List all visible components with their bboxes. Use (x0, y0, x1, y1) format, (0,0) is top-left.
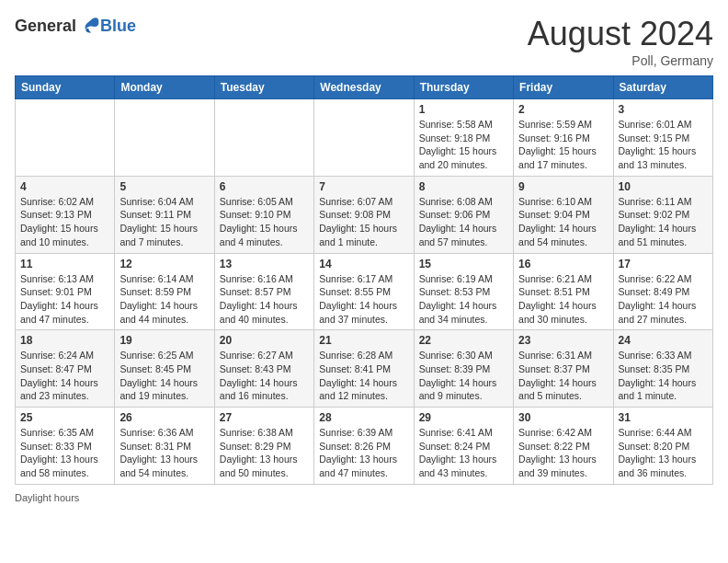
day-info: Sunrise: 6:16 AM Sunset: 8:57 PM Dayligh… (220, 272, 309, 327)
day-number: 25 (20, 411, 109, 424)
calendar-cell: 10Sunrise: 6:11 AM Sunset: 9:02 PM Dayli… (613, 176, 712, 253)
calendar-cell: 16Sunrise: 6:21 AM Sunset: 8:51 PM Dayli… (514, 253, 613, 330)
calendar-cell: 26Sunrise: 6:36 AM Sunset: 8:31 PM Dayli… (115, 408, 214, 485)
day-info: Sunrise: 6:25 AM Sunset: 8:45 PM Dayligh… (119, 349, 209, 403)
calendar-cell: 27Sunrise: 6:38 AM Sunset: 8:29 PM Dayli… (214, 408, 313, 485)
calendar-cell: 17Sunrise: 6:22 AM Sunset: 8:49 PM Dayli… (613, 253, 712, 330)
calendar-cell: 31Sunrise: 6:44 AM Sunset: 8:20 PM Dayli… (613, 408, 712, 485)
calendar-cell: 25Sunrise: 6:35 AM Sunset: 8:33 PM Dayli… (16, 408, 115, 485)
day-number: 5 (119, 180, 209, 193)
day-info: Sunrise: 6:36 AM Sunset: 8:31 PM Dayligh… (119, 426, 209, 480)
calendar-cell: 5Sunrise: 6:04 AM Sunset: 9:11 PM Daylig… (115, 176, 214, 253)
day-number: 31 (619, 411, 708, 424)
day-info: Sunrise: 6:04 AM Sunset: 9:11 PM Dayligh… (119, 195, 209, 249)
day-number: 23 (518, 334, 608, 347)
calendar-cell: 18Sunrise: 6:24 AM Sunset: 8:47 PM Dayli… (16, 330, 115, 408)
day-info: Sunrise: 6:17 AM Sunset: 8:55 PM Dayligh… (319, 272, 408, 327)
month-year-title: August 2024 (528, 15, 713, 53)
day-info: Sunrise: 6:31 AM Sunset: 8:37 PM Dayligh… (518, 349, 608, 403)
day-number: 4 (20, 180, 109, 193)
day-info: Sunrise: 6:28 AM Sunset: 8:41 PM Dayligh… (319, 349, 408, 403)
day-number: 28 (319, 411, 408, 424)
calendar-cell (115, 99, 214, 177)
day-info: Sunrise: 6:07 AM Sunset: 9:08 PM Dayligh… (319, 195, 408, 249)
day-number: 22 (419, 334, 508, 347)
day-number: 18 (20, 334, 109, 347)
title-block: August 2024 Poll, Germany (528, 15, 713, 68)
calendar-cell: 19Sunrise: 6:25 AM Sunset: 8:45 PM Dayli… (115, 330, 214, 408)
day-info: Sunrise: 6:42 AM Sunset: 8:22 PM Dayligh… (518, 426, 608, 480)
calendar-cell: 9Sunrise: 6:10 AM Sunset: 9:04 PM Daylig… (514, 176, 613, 253)
location-subtitle: Poll, Germany (528, 53, 713, 68)
calendar-cell: 4Sunrise: 6:02 AM Sunset: 9:13 PM Daylig… (16, 176, 115, 253)
calendar-cell: 12Sunrise: 6:14 AM Sunset: 8:59 PM Dayli… (115, 253, 214, 330)
logo-general-text: General (15, 17, 76, 36)
calendar-cell: 13Sunrise: 6:16 AM Sunset: 8:57 PM Dayli… (214, 253, 313, 330)
day-number: 13 (220, 258, 309, 270)
day-number: 15 (419, 258, 508, 270)
day-number: 14 (319, 258, 408, 270)
calendar-cell: 8Sunrise: 6:08 AM Sunset: 9:06 PM Daylig… (414, 176, 513, 253)
calendar-week-row: 11Sunrise: 6:13 AM Sunset: 9:01 PM Dayli… (16, 253, 713, 330)
calendar-cell: 6Sunrise: 6:05 AM Sunset: 9:10 PM Daylig… (214, 176, 313, 253)
day-number: 3 (619, 103, 708, 116)
calendar-cell: 3Sunrise: 6:01 AM Sunset: 9:15 PM Daylig… (613, 99, 712, 177)
calendar-week-row: 18Sunrise: 6:24 AM Sunset: 8:47 PM Dayli… (16, 330, 713, 408)
day-number: 11 (20, 258, 109, 270)
calendar-week-row: 1Sunrise: 5:58 AM Sunset: 9:18 PM Daylig… (16, 99, 713, 177)
calendar-footer: Daylight hours (15, 492, 713, 503)
logo-bird-icon (78, 15, 100, 37)
day-number: 20 (220, 334, 309, 347)
calendar-cell: 7Sunrise: 6:07 AM Sunset: 9:08 PM Daylig… (314, 176, 414, 253)
calendar-cell: 30Sunrise: 6:42 AM Sunset: 8:22 PM Dayli… (514, 408, 613, 485)
day-of-week-header: Thursday (414, 76, 513, 99)
day-of-week-header: Wednesday (314, 76, 414, 99)
calendar-cell: 29Sunrise: 6:41 AM Sunset: 8:24 PM Dayli… (414, 408, 513, 485)
calendar-cell (314, 99, 414, 177)
calendar-cell: 20Sunrise: 6:27 AM Sunset: 8:43 PM Dayli… (214, 330, 313, 408)
day-info: Sunrise: 5:59 AM Sunset: 9:16 PM Dayligh… (518, 118, 608, 172)
day-of-week-header: Sunday (16, 76, 115, 99)
day-number: 9 (518, 180, 608, 193)
logo-blue-text: Blue (100, 17, 136, 36)
calendar-cell: 24Sunrise: 6:33 AM Sunset: 8:35 PM Dayli… (613, 330, 712, 408)
calendar-cell (16, 99, 115, 177)
day-info: Sunrise: 6:08 AM Sunset: 9:06 PM Dayligh… (419, 195, 508, 249)
day-info: Sunrise: 6:27 AM Sunset: 8:43 PM Dayligh… (220, 349, 309, 403)
day-number: 30 (518, 411, 608, 424)
daylight-label: Daylight hours (15, 492, 79, 503)
day-number: 26 (119, 411, 209, 424)
day-number: 21 (319, 334, 408, 347)
day-info: Sunrise: 6:33 AM Sunset: 8:35 PM Dayligh… (619, 349, 708, 403)
day-info: Sunrise: 6:19 AM Sunset: 8:53 PM Dayligh… (419, 272, 508, 327)
day-of-week-header: Saturday (613, 76, 712, 99)
day-info: Sunrise: 6:22 AM Sunset: 8:49 PM Dayligh… (619, 272, 708, 327)
day-of-week-header: Monday (115, 76, 214, 99)
calendar-week-row: 4Sunrise: 6:02 AM Sunset: 9:13 PM Daylig… (16, 176, 713, 253)
calendar-cell: 15Sunrise: 6:19 AM Sunset: 8:53 PM Dayli… (414, 253, 513, 330)
day-info: Sunrise: 6:05 AM Sunset: 9:10 PM Dayligh… (220, 195, 309, 249)
day-number: 1 (419, 103, 508, 116)
day-info: Sunrise: 6:41 AM Sunset: 8:24 PM Dayligh… (419, 426, 508, 480)
calendar-cell: 28Sunrise: 6:39 AM Sunset: 8:26 PM Dayli… (314, 408, 414, 485)
calendar-cell: 22Sunrise: 6:30 AM Sunset: 8:39 PM Dayli… (414, 330, 513, 408)
day-number: 29 (419, 411, 508, 424)
day-number: 7 (319, 180, 408, 193)
day-number: 10 (619, 180, 708, 193)
day-info: Sunrise: 6:38 AM Sunset: 8:29 PM Dayligh… (220, 426, 309, 480)
day-number: 12 (119, 258, 209, 270)
calendar-cell: 1Sunrise: 5:58 AM Sunset: 9:18 PM Daylig… (414, 99, 513, 177)
day-info: Sunrise: 6:11 AM Sunset: 9:02 PM Dayligh… (619, 195, 708, 249)
day-info: Sunrise: 6:02 AM Sunset: 9:13 PM Dayligh… (20, 195, 109, 249)
day-info: Sunrise: 6:39 AM Sunset: 8:26 PM Dayligh… (319, 426, 408, 480)
day-number: 16 (518, 258, 608, 270)
calendar-week-row: 25Sunrise: 6:35 AM Sunset: 8:33 PM Dayli… (16, 408, 713, 485)
calendar-table: SundayMondayTuesdayWednesdayThursdayFrid… (15, 75, 713, 485)
day-info: Sunrise: 6:14 AM Sunset: 8:59 PM Dayligh… (119, 272, 209, 327)
day-info: Sunrise: 6:13 AM Sunset: 9:01 PM Dayligh… (20, 272, 109, 327)
day-of-week-header: Tuesday (214, 76, 313, 99)
day-info: Sunrise: 6:30 AM Sunset: 8:39 PM Dayligh… (419, 349, 508, 403)
calendar-cell: 11Sunrise: 6:13 AM Sunset: 9:01 PM Dayli… (16, 253, 115, 330)
day-info: Sunrise: 6:10 AM Sunset: 9:04 PM Dayligh… (518, 195, 608, 249)
calendar-cell: 21Sunrise: 6:28 AM Sunset: 8:41 PM Dayli… (314, 330, 414, 408)
